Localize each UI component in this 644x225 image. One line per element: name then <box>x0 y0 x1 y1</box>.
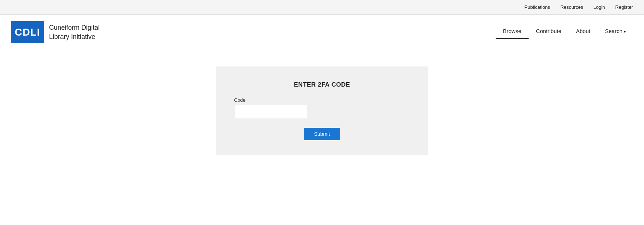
top-bar: Publications Resources Login Register <box>0 0 644 15</box>
main-content: ENTER 2FA CODE Code Submit <box>0 48 644 173</box>
nav-search[interactable]: Search▾ <box>597 26 633 39</box>
nav-contribute[interactable]: Contribute <box>529 26 569 39</box>
topbar-publications[interactable]: Publications <box>525 4 550 10</box>
search-dropdown-arrow: ▾ <box>624 30 626 34</box>
logo-line1: Cuneiform Digital <box>49 24 100 31</box>
submit-button[interactable]: Submit <box>304 128 340 140</box>
logo-line2: Library Initiative <box>49 33 95 40</box>
topbar-login[interactable]: Login <box>593 4 605 10</box>
topbar-resources[interactable]: Resources <box>560 4 583 10</box>
form-title: ENTER 2FA CODE <box>294 81 350 88</box>
main-nav: Browse Contribute About Search▾ <box>496 26 633 39</box>
logo-box[interactable]: CDLI <box>11 21 44 43</box>
nav-about[interactable]: About <box>569 26 597 39</box>
2fa-form-card: ENTER 2FA CODE Code Submit <box>216 66 428 155</box>
code-label: Code <box>234 97 410 103</box>
topbar-register[interactable]: Register <box>615 4 633 10</box>
code-form-group: Code <box>234 97 410 118</box>
code-input[interactable] <box>234 105 307 118</box>
logo-abbr: CDLI <box>15 26 40 38</box>
nav-browse[interactable]: Browse <box>496 26 529 39</box>
logo-section: CDLI Cuneiform Digital Library Initiativ… <box>11 21 100 43</box>
nav-search-label: Search <box>605 28 622 34</box>
main-header: CDLI Cuneiform Digital Library Initiativ… <box>0 15 644 48</box>
logo-text: Cuneiform Digital Library Initiative <box>49 23 100 41</box>
